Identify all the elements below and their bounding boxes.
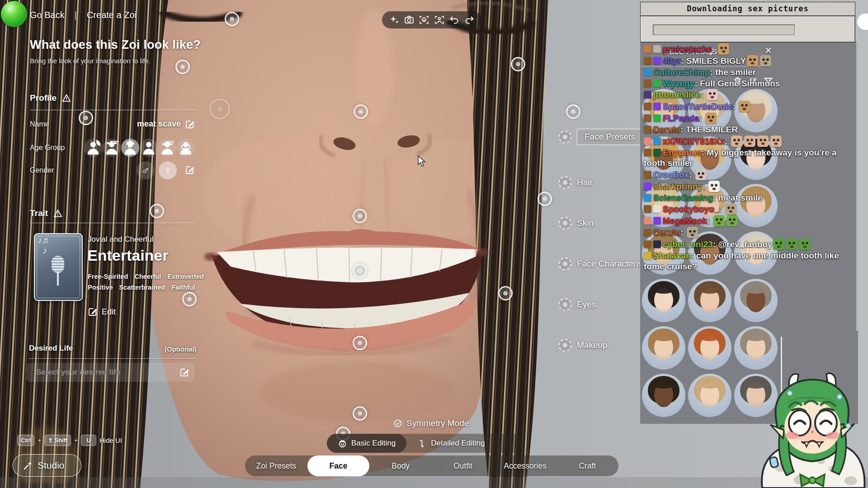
chat-text: : [689,170,694,179]
studio-button[interactable]: Studio [13,454,81,477]
chat-username[interactable]: Derulu [653,228,680,237]
young-adult-icon [126,141,134,145]
chat-username[interactable]: Spookyboyo_ [663,204,719,214]
trait-section-title: Trait [30,208,62,218]
symmetry-mode-toggle[interactable]: Symmetry Mode [393,418,469,428]
detailed-editing-button[interactable]: Detailed Editing [406,434,495,453]
chat-username[interactable]: xXRICKY818Xx [663,136,725,146]
chat-username[interactable]: Derulu [653,125,680,134]
tab-accessories[interactable]: Accessories [494,455,557,476]
edit-menu-hair[interactable]: Hair [559,176,593,189]
face-control-point[interactable] [353,263,367,278]
face-control-point[interactable] [353,336,367,350]
chat-username[interactable]: jthomeslice [653,90,701,99]
face-control-point[interactable] [353,406,367,421]
chat-username[interactable]: SciensGaming [653,193,713,202]
face-control-point[interactable] [353,209,367,223]
redo-icon[interactable] [464,14,475,25]
face-control-point[interactable] [511,57,525,71]
face-control-point[interactable] [354,104,368,119]
tab-zoi-presets[interactable]: Zoi Presets [245,455,307,476]
camera-icon[interactable] [404,14,415,25]
edit-menu-makeup[interactable]: Makeup [559,339,608,352]
chat-username[interactable]: FLPanda [663,113,699,123]
sparkle-icon[interactable] [389,14,400,25]
chat-username[interactable]: sharkprinny [653,182,703,191]
chat-message: Spookyboyo_: [644,203,854,215]
edit-gender-icon[interactable] [184,164,195,175]
chat-message: jthomeslice: [644,89,854,100]
face-preset-thumbnail[interactable] [688,374,731,417]
age-group-young-adult[interactable] [121,139,139,157]
age-group-middle-aged[interactable] [158,139,176,157]
chat-username[interactable]: 4ltyr [663,56,681,66]
face-control-point-faint[interactable] [209,99,230,119]
chat-username[interactable]: CultureChimp [653,67,710,77]
chat-username[interactable]: cyber_oni23 [663,239,713,249]
music-notes-icon: ♪♬ ♪ [38,235,51,256]
chat-username[interactable]: SpaceTurtleDude [663,102,733,111]
plus-separator: + [74,437,78,444]
age-group-senior[interactable] [177,139,195,157]
face-preset-thumbnail[interactable] [688,279,731,322]
anime-emote-icon [707,89,718,100]
face-control-point[interactable] [175,60,190,74]
face-preset-thumbnail[interactable] [642,326,685,370]
age-group-student[interactable] [103,139,121,157]
edit-menu-face-presets[interactable]: Face Presets [559,129,643,145]
chat-username[interactable]: CrocBox [653,170,689,179]
undo-icon[interactable] [449,14,460,25]
game-logo[interactable] [1,1,27,27]
chat-username[interactable]: Shalavan [653,251,691,260]
chat-text: : SMILES BIGLY [681,56,746,66]
edit-desired-life-icon[interactable] [179,367,190,378]
chat-username[interactable]: Enygmus [663,148,702,157]
face-control-point[interactable] [182,292,197,306]
desired-life-input[interactable]: Select your desired life [26,363,194,382]
chat-text: : [701,90,706,99]
trait-card[interactable]: ♪♬ ♪ [34,233,83,301]
body-capture-icon[interactable] [434,14,445,25]
face-capture-icon[interactable] [419,14,429,25]
tab-craft[interactable]: Craft [556,455,618,476]
face-preset-thumbnail[interactable] [734,326,778,370]
face-control-point[interactable] [79,111,93,125]
basic-editing-button[interactable]: Basic Editing [327,434,406,453]
face-preset-thumbnail[interactable] [642,279,685,322]
student-icon [107,142,117,144]
download-progress-bar [653,24,795,35]
edit-name-icon[interactable] [184,119,195,130]
tab-face[interactable]: Face [307,455,370,476]
face-preset-thumbnail[interactable] [688,326,731,370]
go-back-button[interactable]: Go Back [30,10,65,20]
gender-female-button[interactable]: ♀ [159,161,177,179]
chat-username[interactable]: Wyzegy [663,79,694,88]
face-control-point[interactable] [225,12,239,26]
edit-menu-skin[interactable]: Skin [559,217,594,230]
trait-divider [30,223,196,223]
chat-badge-icon [644,80,651,87]
chat-badge-icon [653,57,661,65]
face-control-point[interactable] [150,204,164,218]
chat-badge-icon [644,103,651,110]
edit-menu-eyes[interactable]: Eyes [559,298,596,311]
download-dialog[interactable]: Downloading sex pictures [640,2,855,42]
chat-badge-icon [653,45,661,53]
tab-body[interactable]: Body [369,455,432,476]
face-control-point[interactable] [566,104,580,119]
gender-male-button[interactable]: ♂ [137,161,155,179]
chat-username[interactable]: protostache [663,44,712,54]
chat-username[interactable]: MegaMook [663,216,707,225]
face-preset-thumbnail[interactable] [642,374,685,417]
menu-item-label: Hair [577,178,593,188]
age-group-adult[interactable] [140,139,158,157]
thumb-part [745,333,766,341]
edit-trait-button[interactable]: Edit [87,306,116,317]
middle-aged-icon [162,143,172,145]
tab-outfit[interactable]: Outfit [432,455,494,476]
thumb-part [699,381,720,389]
face-control-point[interactable] [498,286,513,300]
face-preset-thumbnail[interactable] [734,279,778,322]
age-group-child[interactable] [84,139,102,157]
face-control-point[interactable] [538,192,552,206]
